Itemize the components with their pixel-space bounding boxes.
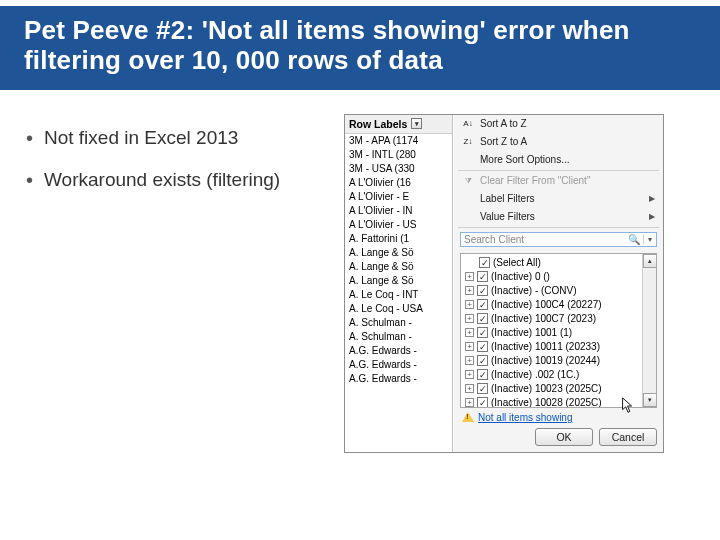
check-label: (Select All) xyxy=(493,256,541,270)
row-label-item: A.G. Edwards - xyxy=(345,344,452,358)
label-filters-item[interactable]: Label Filters ▶ xyxy=(454,190,663,208)
scrollbar[interactable]: ▴ ▾ xyxy=(642,254,656,407)
chevron-down-icon[interactable]: ▾ xyxy=(643,235,653,244)
bullet-item: Not fixed in Excel 2013 xyxy=(24,126,324,150)
search-placeholder: Search Client xyxy=(464,234,524,245)
label-filters-label: Label Filters xyxy=(480,193,534,204)
row-label-item: A. Le Coq - USA xyxy=(345,302,452,316)
content-area: Not fixed in Excel 2013 Workaround exist… xyxy=(0,90,720,453)
check-row[interactable]: + ✓ (Inactive) 100C4 (20227) xyxy=(463,298,640,312)
sort-za-label: Sort Z to A xyxy=(480,136,527,147)
check-row[interactable]: + ✓ (Inactive) 10019 (20244) xyxy=(463,354,640,368)
row-label-item: A. Schulman - xyxy=(345,330,452,344)
row-label-item: A L'Olivier - IN xyxy=(345,204,452,218)
checkbox-icon[interactable]: ✓ xyxy=(479,257,490,268)
bullet-list: Not fixed in Excel 2013 Workaround exist… xyxy=(24,114,324,453)
clear-filter-item: ⧩ Clear Filter From "Client" xyxy=(454,172,663,190)
row-label-item: 3M - APA (1174 xyxy=(345,134,452,148)
slide-title: Pet Peeve #2: 'Not all items showing' er… xyxy=(24,16,696,76)
clear-filter-label: Clear Filter From "Client" xyxy=(480,175,590,186)
dropdown-icon[interactable]: ▾ xyxy=(411,118,422,129)
search-icon: 🔍 xyxy=(628,234,640,245)
excel-filter-popup: Row Labels ▾ 3M - APA (1174 3M - INTL (2… xyxy=(344,114,664,453)
row-label-item: A. Lange & Sö xyxy=(345,260,452,274)
expand-icon[interactable]: + xyxy=(465,314,474,323)
check-label: (Inactive) 10023 (2025C) xyxy=(491,382,602,396)
cancel-button[interactable]: Cancel xyxy=(599,428,657,446)
more-sort-item[interactable]: More Sort Options... xyxy=(454,151,663,169)
checkbox-icon[interactable]: ✓ xyxy=(477,383,488,394)
more-sort-label: More Sort Options... xyxy=(480,154,569,165)
row-labels-header[interactable]: Row Labels ▾ xyxy=(345,115,452,134)
screenshot-area: Row Labels ▾ 3M - APA (1174 3M - INTL (2… xyxy=(344,114,696,453)
expand-icon[interactable]: + xyxy=(465,272,474,281)
row-label-item: A. Lange & Sö xyxy=(345,246,452,260)
check-row[interactable]: + ✓ (Inactive) 100C7 (2023) xyxy=(463,312,640,326)
check-row[interactable]: + ✓ (Inactive) 10011 (20233) xyxy=(463,340,640,354)
value-filters-item[interactable]: Value Filters ▶ xyxy=(454,208,663,226)
check-label: (Inactive) 1001 (1) xyxy=(491,326,572,340)
sort-az-item[interactable]: A↓ Sort A to Z xyxy=(454,115,663,133)
expand-icon[interactable]: + xyxy=(465,300,474,309)
row-label-item: A L'Olivier (16 xyxy=(345,176,452,190)
bullet-item: Workaround exists (filtering) xyxy=(24,168,324,192)
expand-icon[interactable]: + xyxy=(465,370,474,379)
checkbox-icon[interactable]: ✓ xyxy=(477,341,488,352)
checklist-items: ✓ (Select All) + ✓ (Inactive) 0 () + ✓ xyxy=(461,254,642,407)
blank-icon xyxy=(462,193,474,205)
title-bar: Pet Peeve #2: 'Not all items showing' er… xyxy=(0,0,720,90)
warning-row: Not all items showing xyxy=(454,410,663,424)
row-label-item: A. Le Coq - INT xyxy=(345,288,452,302)
check-label: (Inactive) 0 () xyxy=(491,270,550,284)
checkbox-icon[interactable]: ✓ xyxy=(477,327,488,338)
check-row[interactable]: + ✓ (Inactive) 10023 (2025C) xyxy=(463,382,640,396)
expand-icon[interactable]: + xyxy=(465,356,474,365)
check-label: (Inactive) 100C7 (2023) xyxy=(491,312,596,326)
expand-icon[interactable]: + xyxy=(465,384,474,393)
checkbox-icon[interactable]: ✓ xyxy=(477,313,488,324)
row-label-item: A L'Olivier - US xyxy=(345,218,452,232)
search-input[interactable]: Search Client 🔍 ▾ xyxy=(460,232,657,247)
checkbox-icon[interactable]: ✓ xyxy=(477,369,488,380)
row-label-item: A. Schulman - xyxy=(345,316,452,330)
sort-az-label: Sort A to Z xyxy=(480,118,527,129)
funnel-icon: ⧩ xyxy=(462,175,474,187)
expand-icon[interactable]: + xyxy=(465,328,474,337)
check-label: (Inactive) 10028 (2025C) xyxy=(491,396,602,408)
checkbox-icon[interactable]: ✓ xyxy=(477,397,488,408)
scroll-down-icon[interactable]: ▾ xyxy=(643,393,657,407)
check-row[interactable]: + ✓ (Inactive) 0 () xyxy=(463,270,640,284)
not-all-items-link[interactable]: Not all items showing xyxy=(478,412,572,423)
check-label: (Inactive) .002 (1C.) xyxy=(491,368,579,382)
expand-icon[interactable]: + xyxy=(465,286,474,295)
filter-checklist: ✓ (Select All) + ✓ (Inactive) 0 () + ✓ xyxy=(460,253,657,408)
check-row[interactable]: + ✓ (Inactive) 10028 (2025C) xyxy=(463,396,640,408)
ok-button[interactable]: OK xyxy=(535,428,593,446)
value-filters-label: Value Filters xyxy=(480,211,535,222)
check-row-select-all[interactable]: ✓ (Select All) xyxy=(463,256,640,270)
submenu-arrow-icon: ▶ xyxy=(649,194,655,203)
checkbox-icon[interactable]: ✓ xyxy=(477,285,488,296)
blank-icon xyxy=(462,211,474,223)
scroll-up-icon[interactable]: ▴ xyxy=(643,254,657,268)
sort-za-item[interactable]: Z↓ Sort Z to A xyxy=(454,133,663,151)
check-label: (Inactive) - (CONV) xyxy=(491,284,577,298)
checkbox-icon[interactable]: ✓ xyxy=(477,271,488,282)
row-label-item: A. Fattorini (1 xyxy=(345,232,452,246)
row-label-item: 3M - INTL (280 xyxy=(345,148,452,162)
sort-za-icon: Z↓ xyxy=(462,136,474,148)
blank-icon xyxy=(462,154,474,166)
check-row[interactable]: + ✓ (Inactive) .002 (1C.) xyxy=(463,368,640,382)
row-labels-column: Row Labels ▾ 3M - APA (1174 3M - INTL (2… xyxy=(345,115,453,452)
check-row[interactable]: + ✓ (Inactive) 1001 (1) xyxy=(463,326,640,340)
button-row: OK Cancel xyxy=(454,424,663,452)
expand-icon[interactable]: + xyxy=(465,398,474,407)
row-label-item: A L'Olivier - E xyxy=(345,190,452,204)
checkbox-icon[interactable]: ✓ xyxy=(477,355,488,366)
slide: Pet Peeve #2: 'Not all items showing' er… xyxy=(0,0,720,540)
row-label-item: A.G. Edwards - xyxy=(345,358,452,372)
checkbox-icon[interactable]: ✓ xyxy=(477,299,488,310)
sort-az-icon: A↓ xyxy=(462,118,474,130)
expand-icon[interactable]: + xyxy=(465,342,474,351)
check-row[interactable]: + ✓ (Inactive) - (CONV) xyxy=(463,284,640,298)
